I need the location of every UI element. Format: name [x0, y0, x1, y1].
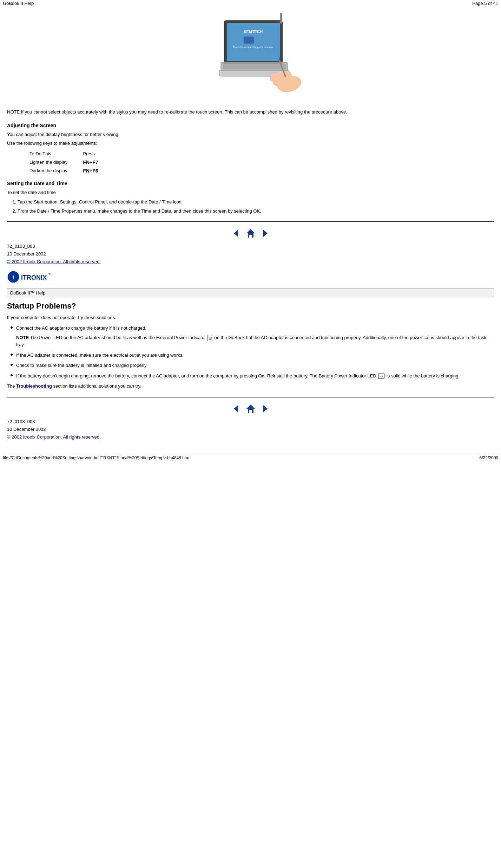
footer-doc-id-2: 72_0103_003 [7, 418, 494, 426]
bullet-dot [11, 364, 13, 366]
nav-forward-button[interactable] [259, 228, 270, 239]
svg-text:®: ® [48, 272, 51, 276]
bullet-text-3: Check to make sure the battery is instal… [16, 362, 147, 369]
bullet-note-1: NOTE The Power LED on the AC adapter sho… [16, 334, 494, 348]
footer-date-1: 10 December 2002 [7, 250, 494, 258]
bullet-dot [11, 354, 13, 356]
bottom-date: 6/22/2000 [480, 455, 498, 460]
nav-forward-button-2[interactable] [259, 403, 270, 414]
footer-copyright-link-1[interactable]: © 2002 Itronix Corporation. All rights r… [7, 259, 101, 264]
nav-home-button-2[interactable] [245, 403, 256, 414]
bullet-dot [11, 374, 13, 376]
adjusting-screen-subtext: Use the following keys to make adjustmen… [7, 140, 494, 147]
nav-icons-2 [7, 403, 494, 414]
note-text: NOTE If you cannot select objects accura… [7, 109, 347, 115]
svg-text:Touch the center of target to : Touch the center of target to calibrate [233, 46, 273, 49]
date-time-steps: Tap the Start button, Settings, Control … [18, 199, 494, 214]
gobook-label: GoBook II™ Help [10, 290, 45, 296]
bullet-content-4: If the battery doesn't begin charging, r… [16, 373, 460, 380]
footer-meta-1: 72_0103_003 10 December 2002 © 2002 Itro… [7, 242, 494, 266]
main-content: SEMTECH Touch the center of target to ca… [0, 10, 501, 447]
list-item: Connect the AC adapter to charge the bat… [11, 325, 494, 348]
gobook-header-bar: GoBook II™ Help [7, 289, 494, 297]
adjust-table: To Do This... Press Lighten the display … [28, 150, 112, 175]
adjusting-screen-section: Adjusting the Screen You can adjust the … [7, 123, 494, 175]
svg-marker-17 [246, 229, 255, 238]
list-item: Check to make sure the battery is instal… [11, 362, 494, 369]
footer-date-2: 10 December 2002 [7, 426, 494, 433]
svg-text:ITRONIX: ITRONIX [21, 274, 47, 281]
itronix-logo-svg: i ITRONIX ® [7, 269, 53, 285]
date-time-section: Setting the Date and Time To set the dat… [7, 181, 494, 215]
table-action-2: Darken the display [28, 167, 81, 175]
date-time-heading: Setting the Date and Time [7, 181, 494, 186]
bullet-content-1: Connect the AC adapter to charge the bat… [16, 325, 494, 348]
startup-bullet-list: Connect the AC adapter to charge the bat… [11, 325, 494, 379]
footer-doc-id-1: 72_0103_003 [7, 242, 494, 250]
bottom-bar: file://C:\Documents%20and%20Settings\har… [0, 454, 501, 462]
footer-copyright-link-2[interactable]: © 2002 Itronix Corporation. All rights r… [7, 434, 101, 440]
date-time-intro: To set the date and time [7, 189, 494, 196]
top-bar: GoBook II Help Page 5 of 41 [0, 0, 501, 7]
power-icon: ⊟ [207, 335, 213, 342]
led-icon: ▭ [378, 374, 384, 378]
list-item: From the Date / Time Properties menu, ma… [18, 208, 494, 215]
itronix-logo: i ITRONIX ® [7, 269, 494, 285]
svg-rect-2 [223, 64, 286, 69]
footer-copyright-2: © 2002 Itronix Corporation. All rights r… [7, 433, 494, 441]
note-section: NOTE If you cannot select objects accura… [7, 109, 494, 116]
startup-section: Startup Problems? If your computer does … [7, 302, 494, 389]
svg-text:i: i [13, 274, 14, 280]
svg-rect-7 [244, 37, 254, 44]
table-col2-header: Press [81, 150, 112, 158]
laptop-image-container: SEMTECH Touch the center of target to ca… [7, 10, 494, 102]
table-key-2: FN+F6 [81, 167, 112, 175]
nav-back-button-2[interactable] [231, 403, 242, 414]
nav-home-button[interactable] [245, 228, 256, 239]
table-col1-header: To Do This... [28, 150, 81, 158]
list-item: If the AC adapter is connected, make sur… [11, 352, 494, 359]
nav-back-button[interactable] [231, 228, 242, 239]
svg-text:SEMTECH: SEMTECH [244, 30, 263, 34]
list-item: If the battery doesn't begin charging, r… [11, 373, 494, 380]
adjusting-screen-intro: You can adjust the display brightness fo… [7, 131, 494, 138]
svg-rect-10 [223, 62, 282, 64]
section-divider-2 [7, 397, 494, 397]
section-divider-1 [7, 221, 494, 222]
table-row: Darken the display FN+F6 [28, 167, 112, 175]
svg-marker-23 [234, 405, 238, 412]
table-row: Lighten the display FN+F7 [28, 158, 112, 167]
footer-copyright-1: © 2002 Itronix Corporation. All rights r… [7, 258, 494, 266]
troubleshoot-link[interactable]: Troubleshooting [16, 383, 52, 389]
app-title: GoBook II Help [3, 1, 34, 6]
bottom-filepath: file://C:\Documents%20and%20Settings\har… [3, 455, 189, 460]
svg-marker-16 [234, 230, 238, 237]
laptop-illustration: SEMTECH Touch the center of target to ca… [198, 10, 303, 102]
svg-marker-25 [263, 405, 268, 412]
table-action-1: Lighten the display [28, 158, 81, 167]
troubleshoot-text: The Troubleshooting section lists additi… [7, 383, 494, 390]
startup-intro: If your computer does not operate, try t… [7, 314, 494, 321]
bullet-text-1: Connect the AC adapter to charge the bat… [16, 325, 146, 331]
startup-heading: Startup Problems? [7, 302, 494, 311]
bullet-dot [11, 326, 13, 329]
bullet-text-2: If the AC adapter is connected, make sur… [16, 352, 184, 359]
footer-meta-2: 72_0103_003 10 December 2002 © 2002 Itro… [7, 418, 494, 441]
svg-rect-9 [280, 13, 282, 24]
table-key-1: FN+F7 [81, 158, 112, 167]
list-item: Tap the Start button, Settings, Control … [18, 199, 494, 206]
adjusting-screen-heading: Adjusting the Screen [7, 123, 494, 128]
svg-marker-18 [263, 230, 268, 237]
nav-icons-1 [7, 228, 494, 239]
svg-marker-24 [246, 404, 255, 413]
page-info: Page 5 of 41 [472, 1, 498, 6]
